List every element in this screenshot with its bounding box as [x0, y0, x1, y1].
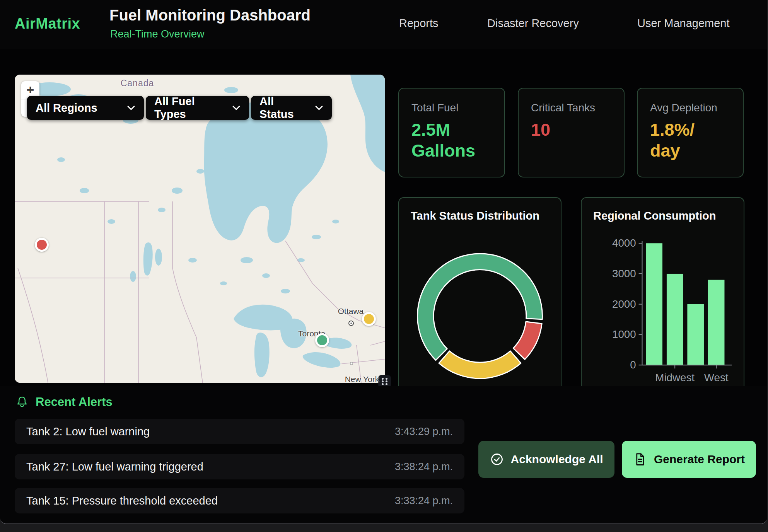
alert-row[interactable]: Tank 15: Pressure threshold exceeded 3:3…	[15, 488, 464, 513]
fuel-type-filter-dropdown[interactable]: All Fuel Types	[146, 96, 249, 120]
y-axis-tick-label: 4000	[612, 237, 636, 249]
critical-tanks-value: 10	[531, 119, 611, 140]
x-axis-tick-label: Midwest	[655, 372, 695, 384]
chevron-down-icon	[127, 105, 135, 111]
bell-icon	[15, 396, 29, 409]
status-filter-value: All Status	[259, 95, 308, 121]
avg-depletion-card: Avg Depletion 1.8%/ day	[637, 88, 744, 177]
map-label-new-york: New York	[345, 375, 379, 383]
acknowledge-all-label: Acknowledge All	[511, 453, 603, 466]
map-label-ottawa: Ottawa	[338, 307, 364, 316]
tank-status-donut-chart	[399, 198, 561, 387]
alert-message: Tank 2: Low fuel warning	[26, 425, 150, 438]
status-filter-dropdown[interactable]: All Status	[251, 96, 332, 120]
map-label-canada: Canada	[121, 78, 154, 89]
consumption-bar	[646, 243, 662, 365]
tank-marker-normal[interactable]	[315, 333, 329, 347]
consumption-bar	[708, 280, 725, 365]
nav-user-management[interactable]: User Management	[637, 17, 730, 30]
alerts-title: Recent Alerts	[36, 395, 113, 409]
page-subtitle: Real-Time Overview	[110, 28, 205, 40]
donut-segment-warning	[439, 351, 521, 379]
tank-status-distribution-card: Tank Status Distribution	[398, 197, 561, 387]
avg-depletion-value: 1.8%/ day	[650, 119, 730, 161]
y-axis-tick-label: 3000	[612, 268, 636, 280]
generate-report-button[interactable]: Generate Report	[622, 441, 756, 478]
chevron-down-icon	[315, 105, 323, 111]
alert-row[interactable]: Tank 2: Low fuel warning 3:43:29 p.m.	[15, 419, 464, 444]
regional-consumption-card: Regional Consumption 01000200030004000Mi…	[581, 197, 744, 387]
total-fuel-card: Total Fuel 2.5M Gallons	[398, 88, 505, 177]
alert-message: Tank 15: Pressure threshold exceeded	[26, 494, 218, 507]
total-fuel-label: Total Fuel	[411, 102, 492, 114]
map-geography	[15, 75, 385, 383]
top-bar: AirMatrix Fuel Monitoring Dashboard Real…	[0, 0, 767, 49]
consumption-bar	[687, 304, 704, 365]
y-axis-tick-label: 1000	[612, 328, 636, 340]
consumption-bar	[667, 274, 683, 365]
alert-timestamp: 3:33:24 p.m.	[395, 495, 453, 507]
regional-consumption-bar-chart: 01000200030004000MidwestWest	[582, 198, 744, 387]
alerts-header: Recent Alerts	[15, 395, 113, 409]
chevron-down-icon	[232, 105, 241, 111]
brand-logo: AirMatrix	[15, 15, 80, 32]
generate-report-label: Generate Report	[654, 453, 745, 466]
critical-tanks-label: Critical Tanks	[531, 102, 611, 114]
alert-message: Tank 27: Low fuel warning triggered	[26, 460, 203, 473]
acknowledge-all-button[interactable]: Acknowledge All	[478, 441, 614, 478]
alert-row[interactable]: Tank 27: Low fuel warning triggered 3:38…	[15, 454, 464, 479]
total-fuel-value: 2.5M Gallons	[411, 119, 492, 161]
region-filter-value: All Regions	[36, 102, 97, 114]
nav-disaster-recovery[interactable]: Disaster Recovery	[487, 17, 579, 30]
map-canvas[interactable]: + − All Regions All Fuel Types All Statu…	[15, 75, 385, 383]
alert-timestamp: 3:43:29 p.m.	[395, 426, 453, 438]
alert-timestamp: 3:38:24 p.m.	[395, 461, 453, 473]
critical-tanks-card: Critical Tanks 10	[518, 88, 625, 177]
page-title: Fuel Monitoring Dashboard	[109, 7, 311, 24]
region-filter-dropdown[interactable]: All Regions	[27, 96, 144, 120]
fuel-type-filter-value: All Fuel Types	[154, 95, 225, 121]
donut-segment-critical	[513, 322, 542, 360]
y-axis-tick-label: 0	[630, 359, 636, 371]
recent-alerts-panel: Recent Alerts Tank 2: Low fuel warning 3…	[0, 386, 767, 523]
x-axis-tick-label: West	[704, 372, 729, 384]
nav-reports[interactable]: Reports	[399, 17, 439, 30]
dashboard-root: AirMatrix Fuel Monitoring Dashboard Real…	[0, 0, 767, 524]
check-circle-icon	[490, 452, 504, 466]
y-axis-tick-label: 2000	[612, 298, 636, 310]
avg-depletion-label: Avg Depletion	[650, 102, 730, 114]
document-icon	[633, 452, 647, 466]
tank-marker-critical[interactable]	[35, 238, 49, 252]
tank-marker-warning[interactable]	[362, 312, 376, 326]
